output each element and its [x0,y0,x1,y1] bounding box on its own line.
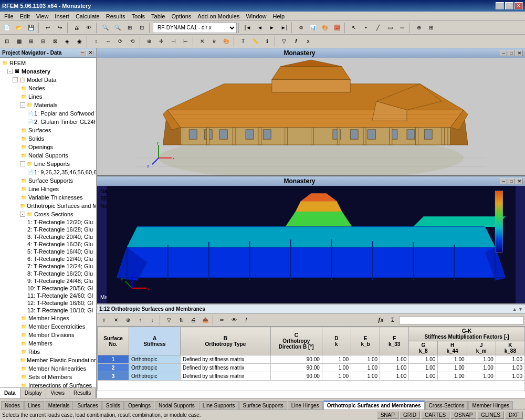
dt-print[interactable]: 🖨 [187,314,199,326]
menu-addon[interactable]: Add-on Modules [194,13,243,20]
tree-cs-7[interactable]: 7: T-Rectangle 12/24; Glu [0,262,96,270]
tree-cs-12[interactable]: 12: T-Rectangle 16/60; Gl [0,299,96,307]
tree-cs-8[interactable]: 8: T-Rectangle 16/20; Glu [0,270,96,277]
tab-nodes[interactable]: Nodes [1,401,24,410]
tb-zoom-select[interactable]: ⊡ [136,22,148,34]
tree-lines[interactable]: 📁 Lines [0,92,96,101]
menu-edit[interactable]: Edit [17,13,33,20]
tab-orthotropic[interactable]: Orthotropic Surfaces and Membranes [323,401,425,410]
tb2-copy[interactable]: ⊕ [143,36,155,47]
tree-var-thick[interactable]: 📁 Variable Thicknesses [0,193,96,202]
menu-options[interactable]: Options [168,13,194,20]
tb-print-preview[interactable]: 👁 [83,22,94,34]
dt-sort[interactable]: ⇅ [175,314,187,326]
tree-model-data[interactable]: - 📋 Model Data [0,76,96,84]
tb-nav-next[interactable]: ► [266,22,278,34]
menu-help[interactable]: Help [270,13,288,20]
tab-openings[interactable]: Openings [124,401,154,410]
tb2-scale[interactable]: ⊢ [180,36,191,47]
view-top-restore[interactable]: □ [508,50,515,56]
tree-openings[interactable]: 📁 Openings [0,143,96,151]
left-tab-data[interactable]: Data [0,388,20,398]
tb-grid[interactable]: ⊞ [425,22,437,34]
dt-filter[interactable]: ▽ [163,314,175,326]
tree-cs-4[interactable]: 4: T-Rectangle 16/36; Glu [0,240,96,248]
tb2-delete[interactable]: ✕ [196,36,208,47]
panel-minimize[interactable]: ─ [79,50,86,56]
expand-icon-linesup[interactable]: - [20,161,25,166]
view-bottom-restore[interactable]: □ [508,178,515,184]
menu-results[interactable]: Results [103,13,129,20]
maximize-button[interactable]: □ [505,2,513,9]
tb-redo[interactable]: ↪ [54,22,66,34]
tb-render[interactable]: 🎨 [319,22,331,34]
panel-close[interactable]: ✕ [87,50,94,56]
tb2-number[interactable]: # [208,36,220,47]
tree-members[interactable]: 📁 Members [0,339,96,348]
dt-export[interactable]: 📤 [200,314,211,326]
tree-mat-2[interactable]: 📄 2: Glulam Timber GL24h [0,118,96,126]
tab-member-hinges[interactable]: Member Hinges [468,401,513,410]
tree-ortho-surf[interactable]: 📁 Orthotropic Surfaces and Me [0,202,96,210]
tree-materials[interactable]: - 📁 Materials [0,101,96,109]
left-tab-views[interactable]: Views [46,388,69,398]
grid-button[interactable]: GRID [400,411,420,419]
dt-move-down[interactable]: ↓ [146,314,158,326]
tb-node[interactable]: • [360,22,372,34]
view-bottom-close[interactable]: ✕ [516,178,523,184]
tab-line-hinges[interactable]: Line Hinges [288,401,323,410]
tb-undo[interactable]: ↩ [42,22,54,34]
tb2-btn11[interactable]: ⟲ [127,36,138,47]
expand-icon-mat[interactable]: - [20,102,25,108]
expand-icon-model[interactable]: - [13,77,18,82]
tb2-annotate[interactable]: T [237,36,249,47]
tb-open[interactable]: 📂 [13,22,25,34]
left-tab-results[interactable]: Results [69,388,96,398]
tree-member-nonlin[interactable]: 📁 Member Nonlinearities [0,364,96,373]
tb2-btn4[interactable]: ⊟ [37,36,49,47]
tree-member-ecc[interactable]: 📁 Member Eccentricities [0,322,96,331]
tree-cs-2[interactable]: 2: T-Rectangle 16/28; Glu [0,226,96,233]
tb2-x[interactable]: x [302,36,314,47]
close-button[interactable]: ✕ [514,2,523,9]
tb2-measure[interactable]: 📏 [249,36,261,47]
minimize-button[interactable]: ─ [496,2,504,9]
tree-mat-1[interactable]: 📄 1: Poplar and Softwood T [0,109,96,118]
menu-tools[interactable]: Tools [128,13,148,20]
menu-view[interactable]: View [33,13,52,20]
expand-icon-cs[interactable]: - [20,212,25,217]
tree-member-elastic[interactable]: 📁 Member Elastic Foundations [0,356,96,364]
tb-member[interactable]: ═ [396,22,408,34]
table-row[interactable]: 2 Orthotropic Defined by stiffness matri… [98,364,525,372]
dt-move-up[interactable]: ↑ [134,314,146,326]
tree-line-supports[interactable]: - 📁 Line Supports [0,160,96,168]
tb-results[interactable]: 📊 [307,22,319,34]
tb2-btn3[interactable]: ⊞ [25,36,37,47]
view-top-minimize[interactable]: ─ [500,50,507,56]
tab-surfaces[interactable]: Surfaces [74,401,101,410]
tb2-btn9[interactable]: ↔ [102,36,114,47]
tb-snap[interactable]: ⊕ [413,22,425,34]
glines-button[interactable]: GLINES [477,411,504,419]
menu-window[interactable]: Window [243,13,269,20]
loadcase-dropdown[interactable]: RF-DYNAM CA1 - dir x [153,23,237,33]
tree-cross-sections[interactable]: - 📁 Cross-Sections [0,210,96,218]
tab-nodal-supports[interactable]: Nodal Supports [155,401,198,410]
snap-button[interactable]: SNAP [377,411,398,419]
osnap-button[interactable]: OSNAP [450,411,476,419]
table-row[interactable]: 1 Orthotropic Defined by stiffness matri… [98,355,525,364]
tb-nav-prev[interactable]: ◄ [254,22,266,34]
tb2-move[interactable]: ✛ [155,36,167,47]
cartes-button[interactable]: CARTES [421,411,449,419]
tb-save[interactable]: 💾 [25,22,37,34]
tree-monastery[interactable]: - 🏛 Monastery [0,67,96,76]
tree-sets-members[interactable]: 📁 Sets of Members [0,373,96,381]
tb-nav-last[interactable]: ►| [278,22,290,34]
dt-edit[interactable]: ✏ [216,314,228,326]
tb2-btn6[interactable]: ◈ [61,36,73,47]
tree-cs-9[interactable]: 9: T-Rectangle 24/48; Glu [0,277,96,285]
tree-member-div[interactable]: 📁 Member Divisions [0,331,96,339]
tb-calculate[interactable]: ⚙ [295,22,307,34]
tree-cs-5[interactable]: 5: T-Rectangle 16/40; Glu [0,248,96,255]
tb-zoom-out[interactable]: 🔍 [112,22,123,34]
